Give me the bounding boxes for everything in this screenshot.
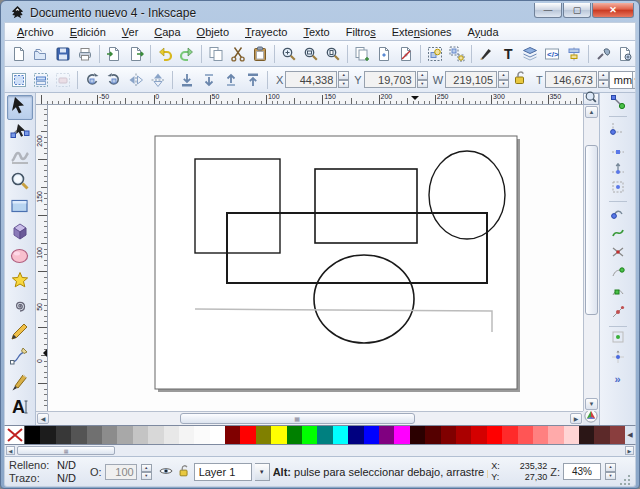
palette-swatch[interactable]	[456, 426, 471, 444]
palette-swatch[interactable]	[225, 426, 240, 444]
palette-swatch[interactable]	[579, 426, 594, 444]
menu-objeto[interactable]: Objeto	[189, 24, 237, 40]
clone-button[interactable]	[373, 43, 395, 65]
opacity-field[interactable]: 100	[105, 464, 137, 480]
flip-horizontal-button[interactable]	[125, 69, 147, 91]
menu-edicin[interactable]: Edición	[62, 24, 114, 40]
palette-swatch[interactable]	[40, 426, 55, 444]
align-dialog-button[interactable]	[563, 43, 585, 65]
save-document-button[interactable]	[52, 43, 74, 65]
tool-ellipse-button[interactable]	[7, 245, 33, 270]
unit-select[interactable]: mm	[609, 71, 633, 89]
palette-swatch[interactable]	[410, 426, 425, 444]
vertical-scrollbar[interactable]: ▲ ▼	[583, 105, 599, 411]
height-spinner[interactable]: ▲▼	[598, 71, 609, 88]
layer-lock-icon[interactable]	[177, 464, 191, 480]
snap-object-centers-button[interactable]	[606, 329, 630, 349]
palette-swatch[interactable]	[425, 426, 440, 444]
tool-calligraphy-button[interactable]	[7, 370, 33, 395]
tool-text-button[interactable]: A	[7, 395, 33, 420]
palette-swatch[interactable]	[610, 426, 625, 444]
layer-visibility-icon[interactable]	[158, 464, 174, 480]
scroll-right-icon[interactable]: ▶	[570, 413, 582, 424]
horizontal-ruler[interactable]: -50050100150200250300350	[36, 93, 583, 105]
width-field[interactable]: 219,105	[445, 71, 497, 88]
y-field[interactable]: 19,703	[364, 71, 416, 88]
snap-bbox-corners-button[interactable]	[606, 159, 630, 179]
palette-swatch[interactable]	[333, 426, 348, 444]
tool-node-button[interactable]	[7, 120, 33, 145]
snap-paths-button[interactable]	[606, 224, 630, 244]
minimize-button[interactable]: —	[534, 3, 562, 18]
text-dialog-button[interactable]: T	[497, 43, 519, 65]
zoom-drawing-button[interactable]	[300, 43, 322, 65]
layers-dialog-button[interactable]	[519, 43, 541, 65]
redo-button[interactable]	[176, 43, 198, 65]
palette-swatch[interactable]	[317, 426, 332, 444]
xml-editor-button[interactable]: </>	[541, 43, 563, 65]
maximize-button[interactable]: ▢	[563, 3, 591, 18]
palette-swatch[interactable]	[564, 426, 579, 444]
deselect-button[interactable]	[52, 69, 74, 91]
menu-capa[interactable]: Capa	[146, 24, 188, 40]
y-spinner[interactable]: ▲▼	[417, 71, 428, 88]
menu-texto[interactable]: Texto	[295, 24, 337, 40]
palette-swatch[interactable]	[256, 426, 271, 444]
close-button[interactable]: ✕	[592, 3, 634, 18]
palette-swatch[interactable]	[102, 426, 117, 444]
palette-swatch[interactable]	[441, 426, 456, 444]
snap-bbox-edges-button[interactable]	[606, 139, 630, 159]
palette-swatch[interactable]	[133, 426, 148, 444]
tool-pencil-button[interactable]	[7, 320, 33, 345]
scroll-up-icon[interactable]: ▲	[585, 106, 598, 118]
import-button[interactable]	[103, 43, 125, 65]
palette-swatch[interactable]	[179, 426, 194, 444]
palette-scroll-left-icon[interactable]: ◀	[625, 426, 635, 444]
no-color-swatch[interactable]	[5, 426, 25, 444]
zoom-spinner[interactable]: ▲▼	[605, 463, 616, 480]
tool-tweak-button[interactable]	[7, 145, 33, 170]
palette-swatch[interactable]	[518, 426, 533, 444]
lock-ratio-icon[interactable]	[512, 70, 528, 90]
tool-zoom-button[interactable]	[7, 170, 33, 195]
raise-button[interactable]	[220, 69, 242, 91]
palette-swatch[interactable]	[210, 426, 225, 444]
snap-smooth-nodes-button[interactable]	[606, 284, 630, 304]
palette-swatch[interactable]	[364, 426, 379, 444]
zoom-field[interactable]: 43%	[563, 463, 601, 480]
print-button[interactable]	[74, 43, 96, 65]
palette-swatch[interactable]	[117, 426, 132, 444]
palette-swatch[interactable]	[271, 426, 286, 444]
menu-trayecto[interactable]: Trayecto	[237, 24, 295, 40]
palette-swatch[interactable]	[164, 426, 179, 444]
menu-extensiones[interactable]: Extensiones	[384, 24, 460, 40]
palette-swatch[interactable]	[594, 426, 609, 444]
palette-swatch[interactable]	[148, 426, 163, 444]
cut-button[interactable]	[227, 43, 249, 65]
layer-select[interactable]: Layer 1	[194, 463, 252, 481]
palette-swatch[interactable]	[56, 426, 71, 444]
menu-ver[interactable]: Ver	[114, 24, 147, 40]
new-document-button[interactable]	[8, 43, 30, 65]
color-managed-view-button[interactable]	[583, 411, 599, 425]
palette-swatch[interactable]	[348, 426, 363, 444]
menu-filtros[interactable]: Filtros	[338, 24, 384, 40]
raise-to-top-button[interactable]	[242, 69, 264, 91]
scroll-down-icon[interactable]: ▼	[585, 398, 598, 410]
copy-button[interactable]	[205, 43, 227, 65]
rotate-cw-button[interactable]	[103, 69, 125, 91]
x-field[interactable]: 44,338	[285, 71, 337, 88]
palette-swatch[interactable]	[394, 426, 409, 444]
sticky-zoom-button[interactable]	[583, 93, 599, 105]
snap-enable-button[interactable]	[606, 94, 630, 114]
palette-scrollbar[interactable]: ◀ ▦ ▶	[4, 445, 636, 456]
rotate-ccw-button[interactable]	[81, 69, 103, 91]
palette-swatch[interactable]	[487, 426, 502, 444]
ungroup-button[interactable]	[446, 43, 468, 65]
snap-path-intersections-button[interactable]	[606, 244, 630, 264]
select-all-button[interactable]	[8, 69, 30, 91]
snap-nodes-button[interactable]	[606, 204, 630, 224]
snap-bbox-button[interactable]	[606, 119, 630, 139]
scroll-left-icon[interactable]: ◀	[37, 413, 49, 424]
unit-dropdown-icon[interactable]: ▼	[633, 71, 636, 89]
